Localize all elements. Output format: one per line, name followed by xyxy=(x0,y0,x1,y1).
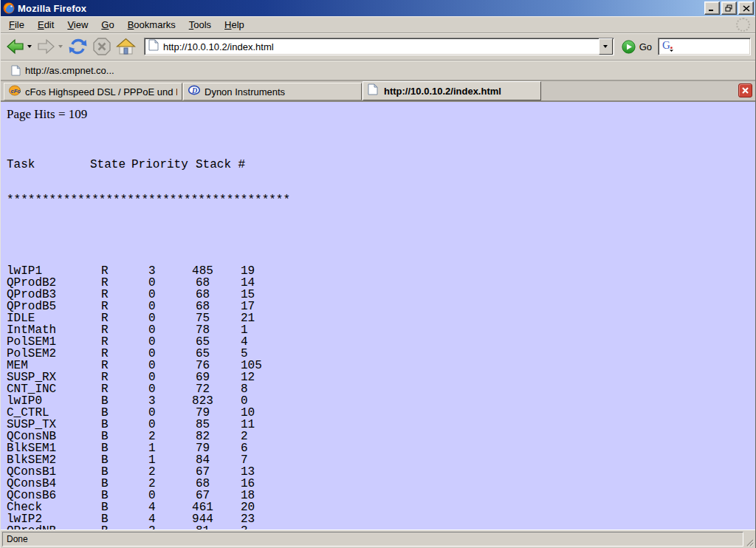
cell-task: CNT_INC xyxy=(7,383,101,395)
status-text: Done xyxy=(7,534,28,544)
go-button[interactable]: Go xyxy=(622,40,652,54)
cell-state: R xyxy=(101,348,148,360)
url-input[interactable] xyxy=(163,41,599,52)
cell-priority: 4 xyxy=(148,501,191,513)
tab-index-html-active[interactable]: http://10.0.10.2/index.html xyxy=(362,81,541,100)
cell-num: 21 xyxy=(241,312,255,324)
back-button[interactable] xyxy=(4,35,27,58)
cell-stack: 461 xyxy=(191,501,214,513)
url-dropdown-button[interactable] xyxy=(599,38,613,55)
cell-stack: 79 xyxy=(191,407,214,419)
table-row: QProdB5R06817 xyxy=(7,301,749,312)
menu-edit[interactable]: Edit xyxy=(31,17,61,32)
search-input[interactable] xyxy=(676,41,750,52)
tab-cfos[interactable]: cFos cFos Highspeed DSL / PPPoE und ISDN… xyxy=(4,83,182,100)
cell-task: QConsB4 xyxy=(7,478,101,490)
google-g-icon[interactable]: G xyxy=(662,38,675,55)
dynon-icon: D xyxy=(188,84,200,99)
cell-stack: 67 xyxy=(191,490,214,501)
page-icon xyxy=(148,39,159,54)
table-row: IDLER07521 xyxy=(7,312,749,324)
table-row: QConsB1B26713 xyxy=(7,466,749,478)
cell-task: BlkSEM1 xyxy=(7,442,101,454)
cell-stack: 76 xyxy=(191,360,214,371)
cell-state: R xyxy=(101,277,148,289)
cell-state: B xyxy=(101,431,148,442)
page-icon xyxy=(368,83,379,98)
bookmark-item[interactable]: http://as.cmpnet.co... xyxy=(7,64,119,78)
header-priority: Priority xyxy=(131,159,196,171)
minimize-button[interactable] xyxy=(704,1,720,15)
table-header-row: Task State Priority Stack # xyxy=(7,159,749,171)
cell-priority: 0 xyxy=(148,360,191,371)
throbber-icon xyxy=(736,18,750,32)
cell-task: QProdB3 xyxy=(7,289,101,301)
table-row: lwIP0B38230 xyxy=(7,395,749,407)
home-button[interactable] xyxy=(114,35,138,58)
stop-button[interactable] xyxy=(90,35,114,58)
table-row: SUSP_TXB08511 xyxy=(7,419,749,431)
cell-task: QProdB2 xyxy=(7,277,101,289)
cell-state: B xyxy=(101,454,148,466)
close-button[interactable] xyxy=(738,1,754,15)
header-separator: **************************************** xyxy=(7,194,749,206)
cell-priority: 1 xyxy=(148,454,191,466)
cell-state: R xyxy=(101,336,148,348)
reload-button[interactable] xyxy=(66,35,90,58)
cell-num: 8 xyxy=(241,383,248,395)
cell-stack: 79 xyxy=(191,442,214,454)
cell-priority: 0 xyxy=(148,490,191,501)
blank-line xyxy=(7,230,749,242)
menu-bar: File Edit View Go Bookmarks Tools Help xyxy=(1,16,755,33)
cell-state: B xyxy=(101,419,148,431)
cell-priority: 0 xyxy=(148,312,191,324)
menu-file[interactable]: File xyxy=(2,17,31,32)
cell-num: 13 xyxy=(241,466,255,478)
back-icon xyxy=(6,38,24,55)
cell-num: 14 xyxy=(241,277,255,289)
home-icon xyxy=(116,38,136,55)
cell-priority: 0 xyxy=(148,336,191,348)
tab-label: Dynon Instruments xyxy=(205,86,285,97)
title-bar: Mozilla Firefox xyxy=(1,0,755,16)
cell-state: B xyxy=(101,513,148,525)
cell-state: R xyxy=(101,301,148,312)
cell-stack: 68 xyxy=(191,289,214,301)
cell-num: 5 xyxy=(241,348,248,360)
back-dropdown-icon[interactable] xyxy=(27,45,32,48)
cell-num: 12 xyxy=(241,371,255,383)
cell-priority: 3 xyxy=(148,395,191,407)
search-box[interactable]: G xyxy=(658,38,751,55)
menu-go[interactable]: Go xyxy=(94,17,120,32)
svg-text:cFos: cFos xyxy=(11,88,21,95)
forward-button[interactable] xyxy=(35,35,58,58)
menu-bookmarks[interactable]: Bookmarks xyxy=(121,17,182,32)
close-tab-button[interactable] xyxy=(738,83,752,97)
cell-num: 17 xyxy=(241,301,255,312)
svg-text:G: G xyxy=(662,39,670,51)
cell-stack: 85 xyxy=(191,419,214,431)
cell-priority: 0 xyxy=(148,419,191,431)
cell-state: R xyxy=(101,289,148,301)
cell-stack: 68 xyxy=(191,478,214,490)
header-state: State xyxy=(90,159,131,171)
resize-grip[interactable] xyxy=(743,532,754,547)
menu-help[interactable]: Help xyxy=(218,17,251,32)
restore-button[interactable] xyxy=(721,1,737,15)
url-bar[interactable] xyxy=(144,38,614,55)
reload-icon xyxy=(68,37,88,56)
cell-stack: 823 xyxy=(191,395,214,407)
page-content: Page Hits = 109 Task State Priority Stac… xyxy=(1,102,755,530)
table-row: CNT_INCR0728 xyxy=(7,383,749,395)
bookmark-label: http://as.cmpnet.co... xyxy=(25,65,114,76)
cell-num: 10 xyxy=(241,407,255,419)
cell-state: B xyxy=(101,407,148,419)
stop-icon xyxy=(92,37,111,56)
cell-priority: 1 xyxy=(148,442,191,454)
cell-state: R xyxy=(101,383,148,395)
forward-dropdown-icon[interactable] xyxy=(58,45,63,48)
tab-dynon[interactable]: D Dynon Instruments xyxy=(183,83,362,100)
menu-view[interactable]: View xyxy=(61,17,94,32)
menu-tools[interactable]: Tools xyxy=(182,17,218,32)
cell-stack: 84 xyxy=(191,454,214,466)
